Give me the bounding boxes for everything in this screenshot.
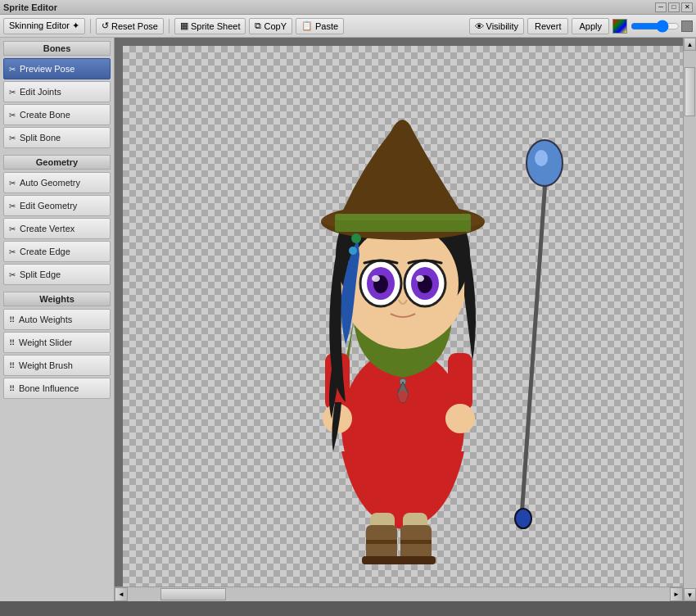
slider-end	[681, 20, 693, 32]
split-edge-button[interactable]: ✂ Split Edge	[3, 264, 111, 285]
edit-geometry-label: Edit Geometry	[20, 201, 77, 211]
svg-point-26	[349, 247, 357, 255]
minimize-button[interactable]: ─	[655, 2, 667, 12]
svg-rect-11	[362, 556, 401, 564]
create-edge-icon: ✂	[9, 247, 16, 256]
maximize-button[interactable]: □	[668, 2, 680, 12]
weights-section-header: Weights	[3, 292, 111, 306]
copy-icon: ⧉	[255, 20, 261, 31]
preview-pose-button[interactable]: ✂ Preview Pose	[3, 58, 111, 79]
create-vertex-label: Create Vertex	[20, 224, 75, 233]
svg-rect-12	[396, 556, 436, 564]
svg-point-37	[416, 275, 424, 282]
preview-pose-label: Preview Pose	[20, 64, 75, 74]
scroll-up-button[interactable]: ▲	[684, 38, 696, 51]
create-bone-label: Create Bone	[20, 110, 70, 120]
skinning-editor-label: Skinning Editor ✦	[9, 20, 79, 31]
scroll-left-button[interactable]: ◄	[115, 587, 128, 601]
preview-pose-icon: ✂	[9, 65, 16, 74]
scroll-up-icon: ▲	[687, 41, 694, 48]
scroll-down-icon: ▼	[687, 591, 694, 599]
paste-label: Paste	[315, 21, 338, 31]
svg-rect-10	[400, 540, 432, 544]
visibility-label: Visibility	[486, 21, 519, 31]
toolbar-separator-2	[169, 19, 169, 34]
svg-point-36	[372, 275, 380, 282]
canvas-area[interactable]: ◄ ►	[115, 38, 683, 601]
svg-point-27	[348, 260, 355, 266]
toolbar-separator-1	[90, 19, 91, 34]
horizontal-scrollbar-track[interactable]	[128, 587, 670, 601]
toolbar: Skinning Editor ✦ ↺ Reset Pose ▦ Sprite …	[0, 15, 696, 38]
auto-geometry-button[interactable]: ✂ Auto Geometry	[3, 172, 111, 193]
reset-pose-icon: ↺	[102, 20, 109, 31]
apply-label: Apply	[579, 21, 602, 31]
auto-weights-label: Auto Weights	[19, 315, 72, 324]
auto-weights-button[interactable]: ⠿ Auto Weights	[3, 309, 111, 330]
svg-point-16	[445, 404, 475, 433]
create-vertex-button[interactable]: ✂ Create Vertex	[3, 218, 111, 239]
bone-influence-button[interactable]: ⠿ Bone Influence	[3, 378, 111, 399]
main-layout: Bones ✂ Preview Pose ✂ Edit Joints ✂ Cre…	[0, 38, 696, 601]
title-bar-controls: ─ □ ✕	[655, 2, 693, 12]
sprite-area	[123, 46, 675, 578]
character-sprite	[194, 42, 603, 582]
svg-point-3	[515, 509, 531, 528]
weight-slider-icon: ⠿	[9, 338, 15, 347]
copy-label: CopY	[264, 21, 287, 31]
create-vertex-icon: ✂	[9, 224, 16, 233]
svg-point-25	[351, 233, 361, 243]
edit-geometry-button[interactable]: ✂ Edit Geometry	[3, 195, 111, 216]
svg-rect-24	[335, 214, 471, 220]
horizontal-scrollbar-thumb[interactable]	[160, 588, 226, 600]
opacity-slider[interactable]	[630, 21, 680, 31]
weight-brush-label: Weight Brush	[19, 360, 73, 370]
split-bone-label: Split Bone	[20, 133, 61, 143]
weight-slider-label: Weight Slider	[19, 337, 72, 347]
bone-influence-label: Bone Influence	[19, 383, 79, 393]
split-bone-icon: ✂	[9, 134, 16, 143]
bottom-scrollbar: ◄ ►	[115, 587, 683, 601]
visibility-icon: 👁	[475, 21, 484, 31]
paste-icon: 📋	[301, 20, 313, 31]
title-bar: Sprite Editor ─ □ ✕	[0, 0, 696, 15]
scroll-left-icon: ◄	[118, 591, 124, 598]
scroll-right-icon: ►	[673, 591, 680, 598]
split-edge-icon: ✂	[9, 270, 16, 279]
weight-brush-button[interactable]: ⠿ Weight Brush	[3, 355, 111, 376]
skinning-editor-button[interactable]: Skinning Editor ✦	[3, 18, 85, 34]
left-panel: Bones ✂ Preview Pose ✂ Edit Joints ✂ Cre…	[0, 38, 115, 601]
edit-joints-button[interactable]: ✂ Edit Joints	[3, 81, 111, 102]
slider-container	[630, 20, 693, 32]
auto-geometry-label: Auto Geometry	[20, 178, 80, 188]
weight-brush-icon: ⠿	[9, 361, 15, 370]
create-bone-button[interactable]: ✂ Create Bone	[3, 104, 111, 125]
color-swatch[interactable]	[612, 19, 627, 34]
apply-button[interactable]: Apply	[572, 18, 609, 34]
svg-rect-9	[366, 540, 397, 544]
create-edge-button[interactable]: ✂ Create Edge	[3, 241, 111, 262]
close-button[interactable]: ✕	[681, 2, 693, 12]
revert-button[interactable]: Revert	[527, 18, 568, 34]
vertical-scrollbar-track[interactable]	[684, 51, 696, 588]
edit-joints-label: Edit Joints	[20, 87, 61, 97]
vertical-scrollbar-thumb[interactable]	[685, 67, 695, 116]
weight-slider-button[interactable]: ⠿ Weight Slider	[3, 332, 111, 353]
scroll-right-button[interactable]: ►	[670, 587, 683, 601]
edit-joints-icon: ✂	[9, 88, 16, 97]
split-edge-label: Split Edge	[20, 270, 61, 279]
auto-weights-icon: ⠿	[9, 315, 15, 324]
svg-line-0	[522, 169, 546, 517]
paste-button[interactable]: 📋 Paste	[296, 18, 344, 34]
create-edge-label: Create Edge	[20, 247, 70, 256]
reset-pose-button[interactable]: ↺ Reset Pose	[96, 18, 164, 34]
copy-button[interactable]: ⧉ CopY	[249, 18, 292, 34]
split-bone-button[interactable]: ✂ Split Bone	[3, 127, 111, 148]
sprite-sheet-button[interactable]: ▦ Sprite Sheet	[174, 18, 246, 34]
canvas-viewport[interactable]	[115, 38, 683, 587]
auto-geometry-icon: ✂	[9, 179, 16, 188]
reset-pose-label: Reset Pose	[111, 21, 158, 31]
visibility-button[interactable]: 👁 Visibility	[469, 18, 525, 34]
scroll-down-button[interactable]: ▼	[684, 588, 696, 601]
geometry-section-header: Geometry	[3, 155, 111, 170]
